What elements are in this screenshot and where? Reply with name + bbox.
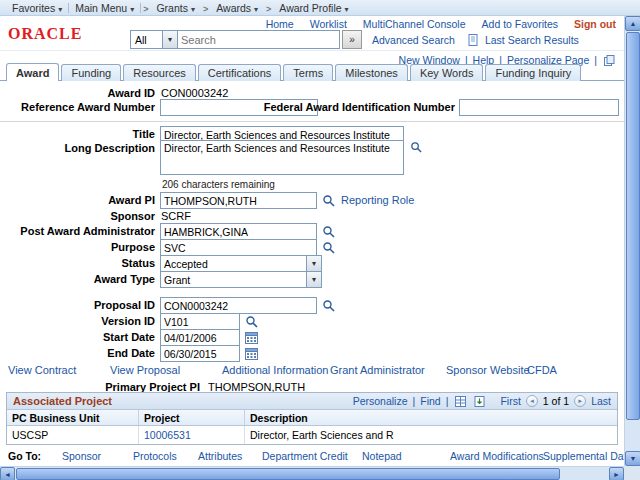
additional-information-link[interactable]: Additional Information [222,364,328,376]
column-description: Description [245,410,617,425]
proposal-id-input[interactable] [160,297,317,314]
status-label: Status [5,257,155,269]
row-position-text: 1 of 1 [543,395,569,407]
sign-out-link[interactable]: Sign out [574,18,616,30]
associated-project-header: Associated Project Personalize | Find | … [7,393,617,410]
download-icon[interactable] [472,394,486,408]
advanced-search-link[interactable]: Advanced Search [372,34,455,46]
federal-award-id-input[interactable] [459,99,619,116]
header-divider [0,50,640,51]
last-search-results-link[interactable]: Last Search Results [485,34,579,46]
grid-column-headers: PC Business Unit Project Description [7,410,617,426]
end-date-input[interactable] [160,345,240,362]
view-proposal-link[interactable]: View Proposal [110,364,180,376]
award-pi-input[interactable] [160,192,317,209]
worklist-link[interactable]: Worklist [310,18,347,30]
global-search-input[interactable] [178,30,340,49]
divider: | [594,54,597,66]
scroll-right-icon[interactable]: ► [609,467,624,480]
version-id-input[interactable] [160,313,240,330]
purpose-label: Purpose [5,241,155,253]
chevron-down-icon[interactable] [162,31,177,48]
reporting-role-link[interactable]: Reporting Role [341,194,414,206]
tab-certifications[interactable]: Certifications [198,64,282,81]
divider: | [413,395,416,407]
breadcrumb-awards[interactable]: Awards [210,2,264,14]
lookup-icon[interactable] [321,193,335,207]
copy-url-icon[interactable] [602,53,616,67]
scrollbar-corner [624,466,640,480]
cfda-link[interactable]: CFDA [527,364,557,376]
personalize-link[interactable]: Personalize [353,395,408,407]
project-id-link[interactable]: 10006531 [144,429,191,441]
go-to-label: Go To: [8,450,41,462]
purpose-input[interactable] [160,239,317,256]
go-to-sponsor-link[interactable]: Sponsor [62,450,101,462]
first-link[interactable]: First [500,395,520,407]
portal-links: Home Worklist MultiChannel Console Add t… [266,18,616,30]
breadcrumb-award-profile-label: Award Profile [279,2,341,14]
tab-resources[interactable]: Resources [123,64,196,81]
lookup-icon[interactable] [244,314,258,328]
breadcrumb-awards-label: Awards [216,2,251,14]
lookup-icon[interactable] [321,240,335,254]
scroll-down-icon[interactable]: ▼ [625,451,640,466]
go-to-department-credit-link[interactable]: Department Credit [262,450,348,462]
search-results-icon [467,33,481,47]
lookup-icon[interactable] [321,298,335,312]
section-divider [0,121,624,122]
tab-terms[interactable]: Terms [283,64,333,81]
tab-funding-inquiry[interactable]: Funding Inquiry [485,64,581,81]
horizontal-scrollbar[interactable]: ◄ ► [0,466,624,480]
find-link[interactable]: Find [420,395,440,407]
award-id-label: Award ID [5,87,155,99]
main-menu[interactable]: Main Menu [69,2,140,14]
award-type-select[interactable]: Grant [160,271,322,288]
long-description-textarea[interactable]: Director, Earth Sciences and Resources I… [160,140,404,175]
chevron-down-icon [254,2,258,14]
horizontal-scrollbar-thumb[interactable] [16,468,560,480]
next-row-icon[interactable] [574,395,586,407]
chevron-down-icon[interactable] [306,272,321,287]
previous-row-icon[interactable] [526,395,538,407]
search-scope-select[interactable]: All [130,30,178,49]
scroll-up-icon[interactable]: ▲ [625,16,640,31]
chevron-down-icon [345,2,349,14]
cell-pc-business-unit: USCSP [7,426,139,444]
multichannel-console-link[interactable]: MultiChannel Console [363,18,466,30]
last-link[interactable]: Last [591,395,611,407]
vertical-scrollbar[interactable]: ▲ ▼ [624,16,640,466]
breadcrumb-grants[interactable]: Grants [150,2,201,14]
tab-key-words[interactable]: Key Words [410,64,484,81]
go-to-protocols-link[interactable]: Protocols [133,450,177,462]
calendar-icon[interactable] [244,346,258,360]
tab-award[interactable]: Award [6,63,59,81]
zoom-icon[interactable] [409,140,423,154]
go-to-notepad-link[interactable]: Notepad [362,450,402,462]
go-to-supplemental-data-link[interactable]: Supplemental Data [543,450,632,462]
tab-funding[interactable]: Funding [61,64,121,81]
add-to-favorites-link[interactable]: Add to Favorites [482,18,558,30]
grant-administrator-link[interactable]: Grant Administrator [330,364,425,376]
favorites-menu[interactable]: Favorites [6,2,68,14]
status-select[interactable]: Accepted [160,255,322,272]
lookup-icon[interactable] [321,224,335,238]
home-link[interactable]: Home [266,18,294,30]
chevron-down-icon[interactable] [306,256,321,271]
sponsor-website-link[interactable]: Sponsor Website [446,364,530,376]
scroll-left-icon[interactable]: ◄ [0,467,15,480]
go-to-award-modifications-link[interactable]: Award Modifications [450,450,544,462]
calendar-icon[interactable] [244,330,258,344]
vertical-scrollbar-thumb[interactable] [626,32,640,420]
search-go-button[interactable]: » [342,30,362,49]
start-date-input[interactable] [160,329,240,346]
view-contract-link[interactable]: View Contract [8,364,76,376]
go-to-attributes-link[interactable]: Attributes [198,450,242,462]
tab-milestones[interactable]: Milestones [335,64,408,81]
post-award-admin-input[interactable] [160,223,317,240]
view-all-icon[interactable] [453,394,467,408]
start-date-label: Start Date [5,331,155,343]
award-id-value: CON0003242 [161,87,228,99]
breadcrumb-award-profile[interactable]: Award Profile [273,2,354,14]
breadcrumb-arrow-icon [201,2,210,14]
